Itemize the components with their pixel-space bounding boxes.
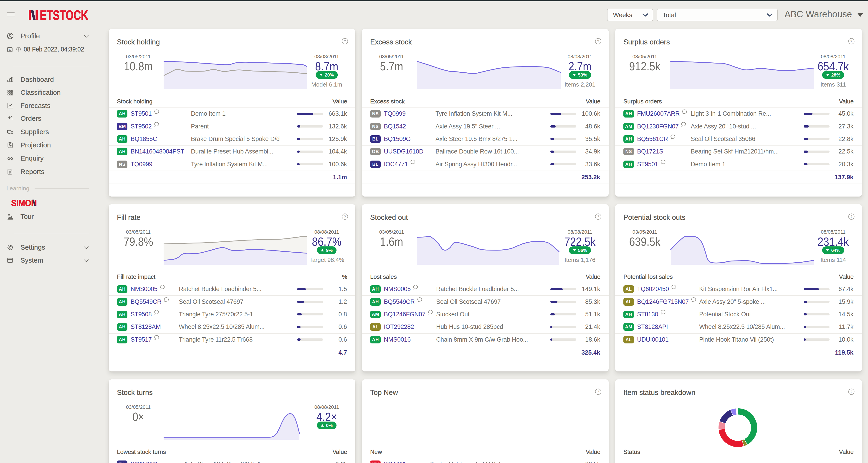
svg-text:?: ?	[344, 214, 346, 219]
svg-text:?: ?	[850, 390, 852, 394]
svg-text:ETSTOCK: ETSTOCK	[40, 9, 88, 21]
svg-text:?: ?	[597, 390, 599, 394]
svg-text:?: ?	[850, 39, 852, 43]
svg-text:?: ?	[344, 39, 346, 43]
svg-text:?: ?	[597, 39, 599, 43]
svg-text:?: ?	[850, 214, 852, 219]
svg-text:?: ?	[597, 214, 599, 219]
svg-text:19: 19	[9, 49, 11, 51]
